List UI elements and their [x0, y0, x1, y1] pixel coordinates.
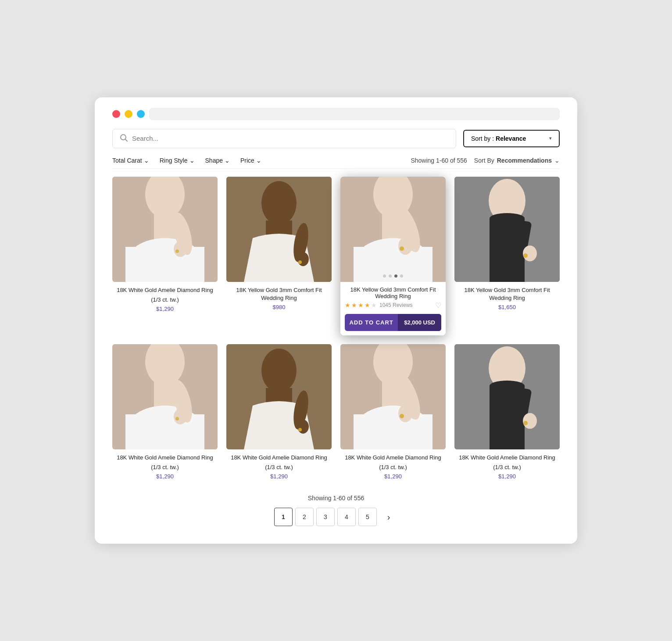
svg-point-40	[261, 349, 297, 392]
ring-style-chevron: ⌄	[189, 157, 195, 164]
svg-point-37	[174, 409, 187, 424]
svg-point-38	[175, 417, 179, 420]
svg-rect-49	[354, 414, 433, 449]
wishlist-icon[interactable]: ♡	[435, 301, 441, 310]
product-card[interactable]: 18K White Gold Amelie Diamond Ring (1/3 …	[112, 344, 218, 481]
svg-point-23	[400, 246, 404, 251]
page-button-4[interactable]: 4	[337, 508, 356, 526]
shape-chevron: ⌄	[225, 157, 230, 164]
svg-point-52	[400, 414, 404, 418]
filter-ring-style[interactable]: Ring Style ⌄	[160, 157, 195, 164]
page-button-5[interactable]: 5	[358, 508, 377, 526]
svg-point-22	[398, 237, 412, 255]
product-name: 18K White Gold Amelie Diamond Ring	[456, 454, 558, 462]
star-empty: ★	[371, 302, 377, 309]
svg-point-0	[121, 135, 126, 140]
product-info: 18K White Gold Amelie Diamond Ring (1/3 …	[112, 282, 218, 314]
product-card[interactable]: 18K White Gold Amelie Diamond Ring (1/3 …	[340, 344, 446, 481]
review-count: 1045 Reviews	[379, 302, 412, 308]
star-2: ★	[351, 302, 357, 309]
sort-by-value: Recommendations	[497, 157, 552, 164]
product-figure	[112, 177, 218, 282]
price-chevron: ⌄	[256, 157, 261, 164]
page-button-3[interactable]: 3	[316, 508, 335, 526]
product-card[interactable]: 18K White Gold Amelie Diamond Ring (1/3 …	[112, 177, 218, 335]
product-subtitle: (1/3 ct. tw.)	[342, 463, 444, 471]
sort-dropdown[interactable]: Sort by : Relevance ▾	[463, 130, 560, 147]
svg-point-30	[523, 253, 528, 258]
pagination-showing: Showing 1-60 of 556	[308, 495, 364, 502]
svg-point-8	[174, 241, 187, 257]
sort-by-chevron-icon: ⌄	[554, 157, 560, 164]
svg-rect-6	[125, 247, 204, 282]
product-price: $1,650	[456, 304, 558, 310]
dot-3	[394, 274, 397, 278]
product-image	[226, 177, 332, 282]
browser-controls	[112, 108, 560, 120]
close-dot[interactable]	[112, 110, 120, 118]
svg-rect-35	[125, 414, 204, 449]
product-figure	[454, 177, 560, 282]
product-info: 18K Yellow Gold 3mm Comfort Fit Wedding …	[226, 282, 332, 312]
ring-style-label: Ring Style	[160, 157, 188, 164]
svg-point-27	[490, 213, 525, 224]
sort-by-label: Sort By	[474, 157, 494, 164]
star-3: ★	[358, 302, 364, 309]
add-to-cart-row[interactable]: ADD TO CART $2,000 USD	[345, 314, 441, 331]
search-input[interactable]	[132, 135, 449, 142]
filter-row: Total Carat ⌄ Ring Style ⌄ Shape ⌄ Price…	[112, 157, 560, 169]
star-1: ★	[345, 302, 350, 309]
product-card-highlighted[interactable]: 18K Yellow Gold 3mm Comfort Fit Wedding …	[340, 177, 446, 335]
product-name: 18K Yellow Gold 3mm Comfort Fit Wedding …	[456, 286, 558, 302]
product-figure	[340, 344, 446, 449]
product-card[interactable]: 18K White Gold Amelie Diamond Ring (1/3 …	[226, 344, 332, 481]
svg-point-14	[297, 252, 309, 266]
filter-price[interactable]: Price ⌄	[240, 157, 261, 164]
minimize-dot[interactable]	[125, 110, 132, 118]
page-buttons: 1 2 3 4 5 ›	[274, 508, 398, 526]
maximize-dot[interactable]	[137, 110, 145, 118]
sort-label: Sort by : Relevance	[471, 135, 526, 142]
svg-point-56	[490, 381, 525, 391]
product-figure	[340, 177, 446, 282]
next-page-button[interactable]: ›	[379, 508, 398, 526]
page-button-1[interactable]: 1	[274, 508, 293, 526]
browser-window: Sort by : Relevance ▾ Total Carat ⌄ Ring…	[95, 97, 577, 544]
popup-info: 18K Yellow Gold 3mm Comfort Fit Wedding …	[340, 282, 446, 310]
star-half: ★	[365, 302, 370, 309]
svg-point-9	[175, 249, 179, 253]
product-card[interactable]: 18K Yellow Gold 3mm Comfort Fit Wedding …	[226, 177, 332, 335]
svg-point-58	[523, 413, 537, 429]
product-figure	[226, 344, 332, 449]
filter-shape[interactable]: Shape ⌄	[205, 157, 230, 164]
search-box	[112, 129, 456, 148]
product-figure	[226, 177, 332, 282]
product-image	[454, 344, 560, 449]
filter-total-carat[interactable]: Total Carat ⌄	[112, 157, 149, 164]
sort-by-right[interactable]: Sort By Recommendations ⌄	[474, 157, 560, 164]
dot-1	[383, 274, 386, 278]
search-icon	[120, 134, 128, 143]
price-label: Price	[240, 157, 254, 164]
add-to-cart-button[interactable]: ADD TO CART	[345, 314, 398, 331]
svg-point-59	[523, 421, 528, 425]
product-figure	[112, 344, 218, 449]
product-subtitle: (1/3 ct. tw.)	[114, 296, 216, 304]
rating-row: ★ ★ ★ ★ ★ 1045 Reviews ♡	[345, 301, 441, 310]
product-name: 18K White Gold Amelie Diamond Ring	[114, 286, 216, 294]
svg-point-43	[297, 420, 309, 434]
product-card[interactable]: 18K White Gold Amelie Diamond Ring (1/3 …	[454, 344, 560, 481]
dot-2	[389, 274, 392, 278]
product-card[interactable]: 18K Yellow Gold 3mm Comfort Fit Wedding …	[454, 177, 560, 335]
filter-left: Total Carat ⌄ Ring Style ⌄ Shape ⌄ Price…	[112, 157, 261, 164]
product-image	[226, 344, 332, 449]
svg-point-44	[298, 428, 302, 431]
results-showing: Showing 1-60 of 556	[411, 157, 467, 164]
page-button-2[interactable]: 2	[295, 508, 314, 526]
product-subtitle: (1/3 ct. tw.)	[456, 463, 558, 471]
popup-image-dots	[340, 274, 446, 278]
product-grid: 18K White Gold Amelie Diamond Ring (1/3 …	[112, 177, 560, 481]
popup-overlay: 18K Yellow Gold 3mm Comfort Fit Wedding …	[340, 177, 446, 335]
svg-point-15	[298, 260, 302, 264]
product-price: $980	[228, 304, 330, 310]
